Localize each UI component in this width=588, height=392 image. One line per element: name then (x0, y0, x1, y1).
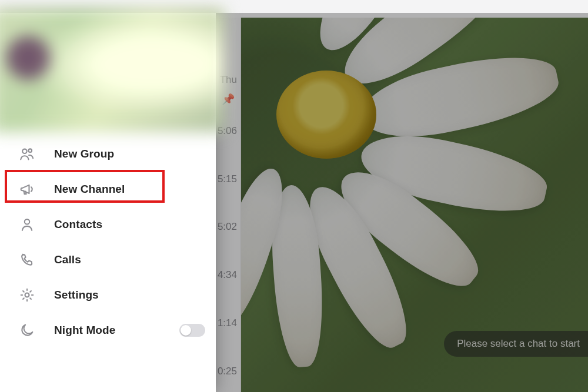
contact-icon (19, 216, 35, 233)
menu-item-contacts[interactable]: Contacts (0, 207, 216, 242)
menu-label: Night Mode (54, 324, 161, 337)
menu-label: Calls (54, 253, 205, 266)
svg-point-2 (25, 219, 29, 224)
menu-item-new-channel[interactable]: New Channel (0, 172, 216, 207)
telegram-desktop: Please select a chat to start Thu 📌 5:06… (0, 0, 588, 392)
menu-item-night-mode[interactable]: Night Mode (0, 313, 216, 348)
group-icon (19, 146, 35, 162)
night-mode-toggle[interactable] (179, 324, 205, 337)
menu-item-calls[interactable]: Calls (0, 242, 216, 277)
moon-icon (19, 322, 35, 339)
menu-item-new-group[interactable]: New Group (0, 136, 216, 172)
svg-point-0 (22, 149, 26, 153)
menu-label: Settings (54, 289, 205, 301)
drawer-menu: New Group New Channel (0, 128, 216, 348)
gear-icon (19, 287, 35, 303)
main-menu-drawer: New Group New Channel (0, 13, 216, 392)
menu-item-settings[interactable]: Settings (0, 277, 216, 313)
drawer-header (0, 8, 225, 132)
menu-label: Contacts (54, 218, 205, 231)
menu-label: New Group (54, 148, 205, 160)
svg-point-1 (28, 149, 32, 152)
svg-point-3 (25, 293, 29, 297)
menu-label: New Channel (54, 183, 205, 196)
phone-icon (19, 252, 35, 268)
megaphone-icon (19, 181, 35, 197)
